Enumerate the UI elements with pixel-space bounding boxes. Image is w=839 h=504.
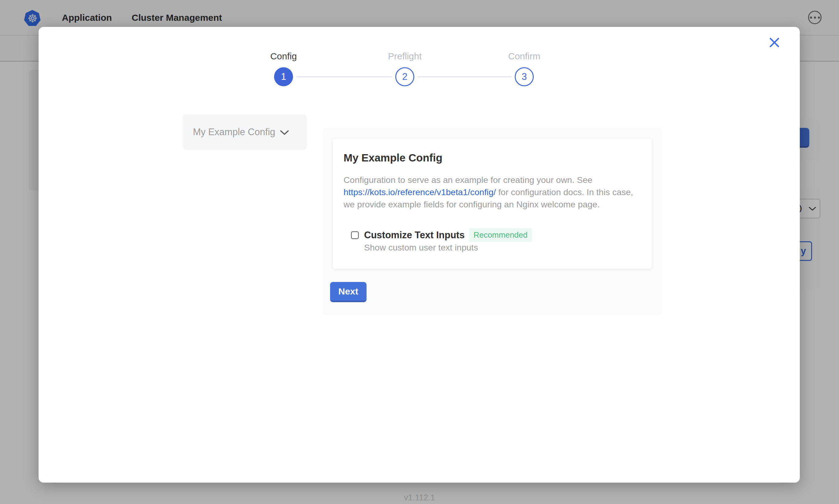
config-group-card: My Example Config Configuration to serve… [332,138,652,269]
description-text: Configuration to serve as an example for… [344,175,593,185]
step-preflight: Preflight 2 [371,51,439,86]
step-label: Config [250,51,317,62]
chevron-down-icon [280,130,289,135]
config-panel: My Example Config Configuration to serve… [322,128,662,315]
step-config: Config 1 [250,51,317,86]
recommended-badge: Recommended [469,228,532,242]
next-button[interactable]: Next [330,282,366,302]
config-group-title: My Example Config [344,152,443,164]
config-group-dropdown-label: My Example Config [193,127,275,138]
config-docs-link[interactable]: https://kots.io/reference/v1beta1/config… [344,187,496,197]
config-group-description: Configuration to serve as an example for… [344,174,642,211]
description-text: for configuration docs. In this case, [496,187,633,197]
config-wizard-modal: Config 1 Preflight 2 Confirm 3 My Exampl… [38,27,800,483]
step-label: Confirm [491,51,558,62]
close-icon[interactable] [769,37,780,48]
config-group-dropdown[interactable]: My Example Config [183,114,307,150]
step-number-badge: 2 [395,67,414,86]
description-text: we provide example fields for configurin… [344,199,600,209]
step-label: Preflight [371,51,439,62]
step-confirm: Confirm 3 [491,51,558,86]
step-number-badge: 3 [515,67,534,86]
customize-text-inputs-row: Customize Text Inputs Recommended [351,228,532,242]
step-number-badge: 1 [274,67,293,86]
checkbox-label[interactable]: Customize Text Inputs [364,230,464,241]
customize-text-inputs-checkbox[interactable] [351,231,359,239]
checkbox-help-text: Show custom user text inputs [364,242,478,253]
